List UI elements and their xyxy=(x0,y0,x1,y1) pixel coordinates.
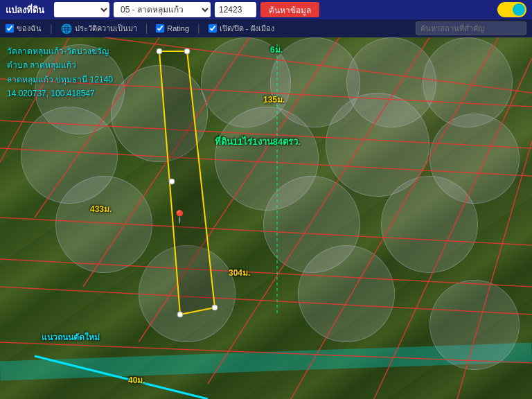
label-304m: 304ม. xyxy=(229,266,250,279)
my-parcels-item[interactable]: ของฉัน xyxy=(6,22,42,35)
toggle-switch[interactable] xyxy=(497,2,526,17)
separator1: | xyxy=(50,23,53,34)
info-district: ลาดหลุมแก้ว ปทุมธานี 12140 xyxy=(7,73,113,87)
history-label: ประวัติความเป็นมา xyxy=(75,22,137,35)
label-40m: 40ม. xyxy=(128,373,145,387)
separator2: | xyxy=(145,23,148,34)
svg-marker-16 xyxy=(159,51,215,314)
svg-line-4 xyxy=(208,37,429,384)
svg-point-18 xyxy=(184,48,190,54)
place-search-area xyxy=(416,21,526,35)
label-135m: 135ม. xyxy=(263,93,285,106)
parcel-input[interactable] xyxy=(215,2,256,17)
svg-line-23 xyxy=(35,356,208,399)
separator3: | xyxy=(197,23,200,34)
search-button[interactable]: ค้นหาข้อมูล xyxy=(260,2,319,17)
app-title: แปลงที่ดิน xyxy=(6,3,44,17)
my-parcels-checkbox[interactable] xyxy=(6,24,14,33)
svg-point-19 xyxy=(212,305,218,310)
svg-point-21 xyxy=(169,179,175,184)
province-select[interactable] xyxy=(54,2,109,17)
svg-point-17 xyxy=(157,48,162,54)
history-item[interactable]: 🌐 ประวัติความเป็นมา xyxy=(61,22,137,35)
my-parcels-label: ของฉัน xyxy=(17,22,42,35)
history-icon: 🌐 xyxy=(61,24,72,34)
svg-line-6 xyxy=(374,58,532,399)
location-pin: 📍 xyxy=(172,209,187,224)
label-433m: 433ม. xyxy=(90,202,112,215)
info-road: วัดลาดหลุมแก้ว-วัดบ่วงขวัญ xyxy=(7,44,113,58)
svg-point-20 xyxy=(177,312,183,317)
info-subdistrict: ตำบล ลาดหลุมแก้ว xyxy=(7,58,113,72)
district-select[interactable]: 05 - ลาดหลุมแก้ว xyxy=(114,2,211,17)
map-area[interactable]: วัดลาดหลุมแก้ว-วัดบ่วงขวัญ ตำบล ลาดหลุมแ… xyxy=(0,37,532,399)
svg-line-11 xyxy=(0,287,532,314)
open-close-label: เปิด/ปิด - ผังเมือง xyxy=(220,22,274,35)
info-panel: วัดลาดหลุมแก้ว-วัดบ่วงขวัญ ตำบล ลาดหลุมแ… xyxy=(7,44,113,101)
label-road: แนวถนนตัดใหม่ xyxy=(42,330,100,344)
svg-line-12 xyxy=(0,342,532,363)
label-6m: 6ม. xyxy=(270,43,283,56)
rating-checkbox[interactable] xyxy=(156,24,164,33)
place-search-input[interactable] xyxy=(416,21,526,35)
toolbar: ของฉัน | 🌐 ประวัติความเป็นมา | Rating | … xyxy=(0,19,532,37)
info-coords: 14.020737, 100.418547 xyxy=(7,87,113,100)
label-parcel: ที่ดิน11ไร่1งาน84ตรว. xyxy=(215,134,301,149)
open-close-item[interactable]: เปิด/ปิด - ผังเมือง xyxy=(209,22,274,35)
rating-item[interactable]: Rating xyxy=(156,24,189,33)
svg-line-9 xyxy=(0,148,532,176)
svg-line-15 xyxy=(0,259,532,287)
open-close-checkbox[interactable] xyxy=(209,24,217,33)
rating-label: Rating xyxy=(167,24,189,33)
header-bar: แปลงที่ดิน 05 - ลาดหลุมแก้ว ค้นหาข้อมูล xyxy=(0,0,532,19)
